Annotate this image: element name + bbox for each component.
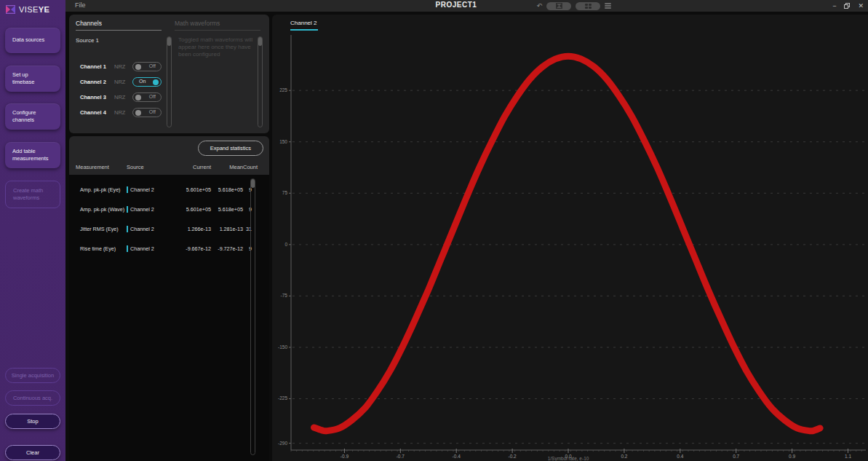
toggle-state-label: Off — [149, 63, 156, 68]
math-scrollbar[interactable] — [258, 36, 263, 127]
svg-text:-0.7: -0.7 — [397, 454, 405, 459]
toggle-state-label: Off — [149, 94, 156, 99]
table-row[interactable]: Amp. pk-pk (Eye) Channel 2 5.601e+05 5.6… — [69, 186, 269, 193]
sidebar-button-setup-timebase[interactable]: Set up timebase — [5, 66, 60, 92]
view-toolbar: ↶ — [536, 1, 611, 11]
channels-scrollbar[interactable] — [167, 36, 172, 127]
measurement-name: Amp. pk-pk (Wave) — [76, 206, 127, 213]
measurement-name: Amp. pk-pk (Eye) — [76, 186, 127, 193]
eye-diagram-icon — [555, 3, 563, 9]
minimize-icon[interactable]: − — [832, 0, 836, 12]
measurement-mean: 1.281e-13 — [211, 226, 243, 232]
sidebar-button-add-table-measurements[interactable]: Add table measurements — [5, 142, 60, 168]
waveform-chart-panel: Channel 2 225150750-75-150-225-290-0.9-0… — [272, 15, 868, 461]
project-title: PROJECT1 — [413, 1, 500, 9]
svg-text:0: 0 — [284, 242, 287, 247]
svg-text:1.1: 1.1 — [845, 454, 851, 459]
channel-3-toggle[interactable]: Off — [132, 92, 162, 102]
svg-text:150: 150 — [279, 139, 287, 144]
svg-text:225: 225 — [279, 87, 287, 92]
measurements-header: Measurement Source Current Mean Count — [69, 164, 269, 170]
measurement-current: 1.266e-13 — [169, 226, 211, 232]
clear-button[interactable]: Clear — [5, 445, 60, 460]
channel-4-toggle[interactable]: Off — [132, 108, 162, 117]
channel-3-row: Channel 3 NRZ Off — [80, 92, 162, 102]
channel-3-format: NRZ — [114, 94, 132, 101]
svg-text:-0.2: -0.2 — [509, 454, 517, 459]
table-row[interactable]: Amp. pk-pk (Wave) Channel 2 5.601e+05 5.… — [69, 206, 269, 213]
svg-text:75: 75 — [282, 190, 288, 195]
sidebar-button-configure-channels[interactable]: Configure channels — [5, 103, 60, 130]
svg-text:-290: -290 — [278, 441, 287, 446]
waveform-plot[interactable]: 225150750-75-150-225-290-0.9-0.7-0.4-0.2… — [272, 15, 868, 461]
grid-view-button[interactable] — [576, 2, 600, 10]
col-source: Source — [127, 164, 169, 170]
measurement-source: Channel 2 — [127, 206, 169, 213]
viseye-logo-icon — [5, 5, 16, 14]
measurement-current: -9.667e-12 — [169, 245, 211, 252]
measurement-source: Channel 2 — [127, 186, 169, 193]
expand-statistics-button[interactable]: Expand statistics — [198, 141, 263, 156]
measurement-mean: -9.727e-12 — [211, 245, 243, 252]
svg-text:0.9: 0.9 — [789, 454, 795, 459]
channel-2-toggle[interactable]: On — [132, 77, 162, 87]
close-icon[interactable]: ✕ — [858, 0, 864, 12]
channel-3-label: Channel 3 — [80, 94, 114, 101]
continuous-acq-button[interactable]: Continuous acq. — [5, 390, 60, 406]
list-view-icon[interactable] — [605, 3, 611, 9]
svg-text:0.4: 0.4 — [677, 454, 683, 459]
title-bar: File PROJECT1 ↶ − ✕ — [65, 0, 868, 12]
eye-diagram-view-button[interactable] — [546, 2, 571, 10]
table-row[interactable]: Rise time (Eye) Channel 2 -9.667e-12 -9.… — [69, 245, 269, 252]
svg-text:-0.4: -0.4 — [453, 454, 461, 459]
tab-channels[interactable]: Channels — [76, 20, 102, 27]
svg-text:-75: -75 — [281, 293, 288, 298]
tab-math-waveforms[interactable]: Math waveforms — [175, 20, 220, 27]
app-window: VISEYE Data sources Set up timebase Conf… — [0, 0, 868, 461]
measurements-scrollbar[interactable] — [250, 178, 255, 455]
source-label: Source 1 — [76, 37, 99, 44]
sidebar-button-create-math-waveforms[interactable]: Create math waveforms — [5, 181, 60, 208]
svg-text:-0.9: -0.9 — [341, 454, 349, 459]
measurements-table: Amp. pk-pk (Eye) Channel 2 5.601e+05 5.6… — [69, 175, 269, 461]
svg-text:-150: -150 — [278, 344, 287, 350]
restore-icon[interactable] — [844, 3, 850, 9]
measurement-current: 5.601e+05 — [169, 206, 211, 213]
channel-1-format: NRZ — [114, 63, 132, 70]
channel-1-toggle[interactable]: Off — [132, 62, 162, 71]
undo-icon[interactable]: ↶ — [536, 1, 542, 11]
channel-color-bar — [127, 206, 128, 213]
file-menu[interactable]: File — [75, 1, 86, 9]
toggle-knob — [135, 95, 141, 101]
math-waveforms-hint: Toggled math waveforms will appear here … — [178, 36, 253, 58]
col-mean: Mean — [211, 164, 243, 170]
measurement-source: Channel 2 — [127, 226, 169, 232]
toggle-knob — [135, 64, 141, 70]
measurement-name: Jitter RMS (Eye) — [76, 226, 127, 232]
channel-1-label: Channel 1 — [80, 63, 114, 70]
brand-name: VISEYE — [19, 5, 49, 14]
measurement-name: Rise time (Eye) — [76, 245, 127, 252]
channel-color-bar — [127, 186, 128, 193]
svg-text:0.2: 0.2 — [621, 454, 627, 459]
channel-2-label: Channel 2 — [80, 79, 114, 85]
channel-2-row: Channel 2 NRZ On — [80, 76, 162, 87]
channel-4-row: Channel 4 NRZ Off — [80, 107, 162, 117]
table-row[interactable]: Jitter RMS (Eye) Channel 2 1.266e-13 1.2… — [69, 226, 269, 232]
single-acquisition-button[interactable]: Single acquisition — [5, 368, 60, 383]
col-measurement: Measurement — [76, 164, 127, 170]
sidebar-button-data-sources[interactable]: Data sources — [5, 28, 60, 53]
toggle-knob — [135, 110, 141, 116]
col-current: Current — [169, 164, 211, 170]
channel-color-bar — [127, 245, 128, 252]
measurement-mean: 5.618e+05 — [211, 206, 243, 213]
channel-4-label: Channel 4 — [80, 109, 114, 116]
grid-icon — [585, 4, 592, 9]
toggle-knob — [153, 79, 159, 85]
sidebar: VISEYE Data sources Set up timebase Conf… — [0, 0, 65, 461]
measurement-source: Channel 2 — [127, 245, 169, 252]
stop-button[interactable]: Stop — [5, 414, 60, 429]
toggle-state-label: On — [139, 79, 146, 84]
toggle-state-label: Off — [149, 109, 156, 114]
measurement-current: 5.601e+05 — [169, 186, 211, 193]
